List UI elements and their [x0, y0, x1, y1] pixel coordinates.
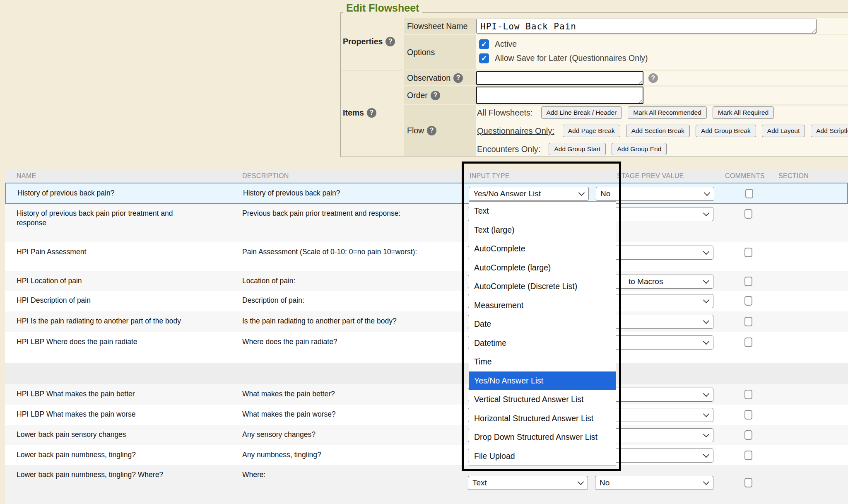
- add-page-break-button[interactable]: Add Page Break: [563, 125, 620, 137]
- comments-checkbox[interactable]: [744, 248, 752, 257]
- dropdown-option-file-upload[interactable]: File Upload: [469, 447, 616, 466]
- flowsheet-name-input[interactable]: HPI-Low Back Pain: [476, 19, 817, 34]
- help-glyph: ?: [370, 109, 374, 116]
- observation-label-cell: Observation ?: [404, 70, 476, 85]
- comments-checkbox[interactable]: [745, 189, 753, 198]
- mark-all-recommended-button[interactable]: Mark All Recommended: [628, 106, 707, 119]
- add-group-start-button[interactable]: Add Group Start: [549, 143, 606, 155]
- name-cell: HPI Pain Assessment: [17, 247, 203, 257]
- checkmark-icon: ✓: [481, 40, 487, 49]
- add-layout-button[interactable]: Add Layout: [762, 125, 805, 137]
- dropdown-option-horizontal-structured-answer-list[interactable]: Horizontal Structured Answer List: [469, 409, 616, 428]
- dropdown-option-text[interactable]: Text: [469, 202, 616, 221]
- comments-checkbox[interactable]: [744, 410, 752, 420]
- comments-checkbox[interactable]: [744, 317, 752, 326]
- table-row[interactable]: Lower back pain sensory changesAny senso…: [5, 425, 848, 445]
- resize-grip-icon[interactable]: [811, 28, 816, 33]
- table-row[interactable]: HPI Description of painDescription of pa…: [5, 291, 848, 311]
- dropdown-option-vertical-structured-answer-list[interactable]: Vertical Structured Answer List: [469, 390, 616, 409]
- table-row[interactable]: HPI LBP What makes the pain worseWhat ma…: [5, 405, 848, 425]
- items-label-text: Items: [343, 108, 364, 118]
- dropdown-option-time[interactable]: Time: [469, 352, 616, 371]
- input-type-select-value: Text: [472, 478, 487, 487]
- add-group-break-button[interactable]: Add Group Break: [696, 125, 756, 137]
- dropdown-option-drop-down-structured-answer-list[interactable]: Drop Down Structured Answer List: [469, 428, 616, 447]
- name-cell: HPI Description of pain: [17, 296, 203, 305]
- table-row[interactable]: HPI Location of painLocation of pain:to …: [5, 271, 848, 291]
- option-row-active: ✓ Active: [479, 39, 517, 49]
- help-glyph: ?: [430, 127, 434, 134]
- comments-checkbox[interactable]: [744, 430, 752, 440]
- resize-grip-icon[interactable]: [637, 98, 642, 103]
- table-row[interactable]: History of previous back pain?History of…: [5, 183, 848, 204]
- chevron-down-icon: [703, 479, 710, 485]
- help-icon[interactable]: ?: [648, 73, 658, 83]
- flow-group-label: Questionnaires Only:: [477, 126, 554, 136]
- table-row[interactable]: HPI LBP Where does the pain radiateWhere…: [5, 332, 848, 363]
- dropdown-option-autocomplete[interactable]: AutoComplete: [469, 239, 616, 258]
- comments-checkbox[interactable]: [744, 296, 752, 306]
- add-line-break-header-button[interactable]: Add Line Break / Header: [541, 106, 622, 119]
- help-icon[interactable]: ?: [385, 37, 395, 46]
- allow-save-for-later-label: Allow Save for Later (Questionnaires Onl…: [495, 53, 648, 63]
- stage-prev-value-select[interactable]: No: [595, 476, 713, 490]
- chevron-down-icon: [578, 190, 585, 196]
- observation-label: Observation: [407, 73, 450, 83]
- order-label: Order: [407, 91, 428, 100]
- chevron-down-icon: [703, 297, 710, 304]
- input-type-select[interactable]: Text: [468, 476, 588, 490]
- flowsheet-name-value: HPI-Low Back Pain: [480, 22, 576, 31]
- dropdown-option-text-large-[interactable]: Text (large): [469, 221, 616, 240]
- allow-save-for-later-checkbox[interactable]: ✓: [479, 53, 489, 63]
- flow-group-0: All Flowsheets:Add Line Break / HeaderMa…: [477, 106, 774, 119]
- table-row[interactable]: HPI Is the pain radiating to another par…: [5, 311, 848, 332]
- add-group-end-button[interactable]: Add Group End: [612, 143, 667, 155]
- description-cell: Any numbness, tingling?: [242, 450, 445, 460]
- description-cell: Where:: [242, 470, 445, 480]
- chevron-down-icon: [703, 248, 710, 255]
- add-section-break-button[interactable]: Add Section Break: [626, 125, 690, 137]
- dropdown-option-measurement[interactable]: Measurement: [469, 296, 616, 315]
- dropdown-option-autocomplete-discrete-list-[interactable]: AutoComplete (Discrete List): [469, 277, 616, 296]
- help-icon[interactable]: ?: [431, 91, 440, 100]
- order-label-cell: Order ?: [404, 86, 476, 104]
- name-cell: Lower back pain sensory changes: [17, 430, 203, 439]
- mark-all-required-button[interactable]: Mark All Required: [713, 106, 774, 119]
- form-row-separator: [476, 34, 848, 35]
- stage-prev-value-select[interactable]: No: [596, 187, 714, 201]
- table-row[interactable]: History of previous back pain prior trea…: [5, 204, 848, 242]
- dropdown-option-autocomplete-large-[interactable]: AutoComplete (large): [469, 258, 616, 277]
- column-header-comments: COMMENTS: [725, 169, 765, 183]
- table-row[interactable]: Lower back pain numbness, tingling?Any n…: [5, 445, 848, 465]
- comments-checkbox[interactable]: [744, 338, 752, 347]
- table-row[interactable]: HPI Pain AssessmentPain Assessment (Scal…: [5, 242, 848, 271]
- input-type-dropdown-panel: TextText (large)AutoCompleteAutoComplete…: [469, 201, 616, 466]
- add-scriptlet-button[interactable]: Add Scriptlet: [811, 125, 848, 137]
- comments-checkbox[interactable]: [744, 277, 752, 286]
- name-cell: History of previous back pain prior trea…: [17, 209, 203, 228]
- input-type-select[interactable]: Yes/No Answer List: [469, 187, 589, 201]
- help-icon[interactable]: ?: [367, 108, 376, 118]
- comments-checkbox[interactable]: [744, 390, 752, 399]
- help-icon[interactable]: ?: [427, 126, 436, 135]
- description-cell: History of previous back pain?: [243, 188, 446, 198]
- resize-grip-icon[interactable]: [637, 79, 642, 84]
- chevron-down-icon: [703, 451, 710, 458]
- items-section-label: Items ?: [343, 107, 403, 118]
- observation-input[interactable]: [476, 71, 643, 85]
- chevron-down-icon: [703, 411, 710, 417]
- description-cell: Previous back pain prior treatment and r…: [242, 209, 445, 218]
- order-input[interactable]: [476, 87, 643, 104]
- comments-checkbox[interactable]: [744, 478, 752, 487]
- active-checkbox[interactable]: ✓: [479, 39, 489, 49]
- table-row[interactable]: Lower back pain numbness, tingling? Wher…: [5, 465, 848, 504]
- dropdown-option-yes-no-answer-list[interactable]: Yes/No Answer List: [469, 371, 616, 391]
- help-icon[interactable]: ?: [453, 73, 463, 83]
- name-cell: Lower back pain numbness, tingling? Wher…: [17, 470, 203, 480]
- comments-checkbox[interactable]: [744, 209, 752, 219]
- dropdown-option-datetime[interactable]: Datetime: [469, 334, 616, 353]
- properties-label-text: Properties: [343, 37, 383, 46]
- comments-checkbox[interactable]: [744, 451, 752, 460]
- dropdown-option-date[interactable]: Date: [469, 315, 616, 334]
- table-row[interactable]: HPI LBP What makes the pain betterWhat m…: [5, 384, 848, 405]
